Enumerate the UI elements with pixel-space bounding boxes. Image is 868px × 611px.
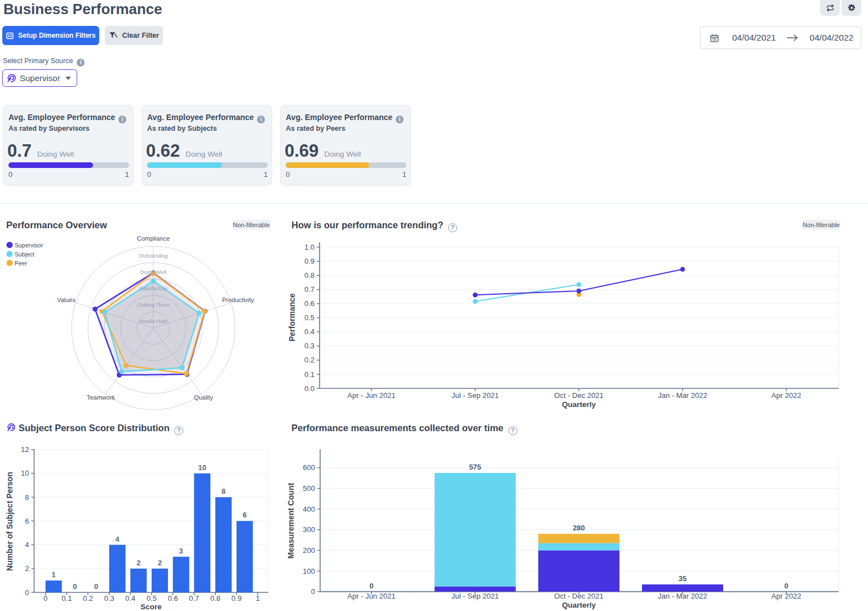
svg-text:Score: Score [140, 603, 162, 611]
svg-text:0.5: 0.5 [147, 594, 157, 603]
svg-text:Number of Subject Person: Number of Subject Person [5, 472, 14, 571]
svg-text:0.6: 0.6 [168, 594, 178, 603]
svg-text:0.8: 0.8 [210, 594, 220, 603]
svg-text:0.3: 0.3 [104, 594, 114, 603]
svg-text:4: 4 [25, 541, 29, 549]
svg-text:6: 6 [25, 517, 29, 525]
svg-text:600: 600 [303, 463, 315, 472]
svg-text:10: 10 [21, 469, 29, 477]
svg-text:400: 400 [303, 505, 315, 513]
svg-text:8: 8 [222, 487, 225, 495]
svg-text:280: 280 [573, 524, 585, 532]
svg-text:Performance: Performance [287, 293, 296, 342]
svg-text:Measurement Count: Measurement Count [286, 482, 295, 559]
svg-text:Apr 2022: Apr 2022 [772, 391, 801, 400]
svg-text:0.9: 0.9 [304, 257, 315, 265]
svg-text:0: 0 [73, 582, 77, 591]
svg-text:Jul - Sep 2021: Jul - Sep 2021 [451, 391, 499, 400]
svg-text:Supervisor: Supervisor [15, 242, 43, 249]
svg-text:100: 100 [303, 567, 315, 575]
svg-text:0: 0 [43, 594, 47, 603]
svg-text:35: 35 [679, 574, 687, 583]
svg-text:0.1: 0.1 [61, 594, 72, 603]
svg-text:2: 2 [25, 564, 29, 573]
svg-text:0.4: 0.4 [304, 327, 315, 336]
svg-text:4: 4 [116, 535, 120, 543]
svg-text:Apr 2022: Apr 2022 [772, 592, 801, 600]
svg-text:500: 500 [303, 484, 315, 493]
svg-text:Oct - Dec 2021: Oct - Dec 2021 [554, 391, 603, 400]
svg-text:Quality: Quality [194, 394, 214, 401]
svg-text:0.8: 0.8 [304, 271, 315, 280]
svg-text:0.7: 0.7 [304, 285, 315, 294]
svg-text:0.4: 0.4 [125, 594, 135, 603]
svg-text:300: 300 [303, 525, 315, 534]
svg-text:Jan - Mar 2022: Jan - Mar 2022 [658, 391, 707, 400]
svg-text:0.9: 0.9 [232, 594, 242, 603]
svg-text:Subject: Subject [15, 251, 34, 258]
svg-text:200: 200 [303, 546, 315, 555]
svg-text:0: 0 [311, 587, 315, 596]
svg-text:6: 6 [242, 511, 246, 519]
svg-text:Jul - Sep 2021: Jul - Sep 2021 [451, 592, 499, 600]
svg-text:0.3: 0.3 [304, 342, 315, 350]
svg-text:0: 0 [369, 582, 373, 590]
svg-text:Quarterly: Quarterly [562, 601, 596, 609]
svg-text:Jan - Mar 2022: Jan - Mar 2022 [658, 592, 707, 600]
svg-text:10: 10 [198, 463, 206, 472]
svg-text:0: 0 [784, 582, 788, 590]
svg-text:2: 2 [158, 559, 162, 567]
svg-text:Satisfactory: Satisfactory [139, 285, 167, 291]
svg-text:Doing Well: Doing Well [140, 269, 166, 275]
svg-text:0.6: 0.6 [304, 299, 315, 308]
svg-text:Peer: Peer [15, 260, 28, 267]
svg-text:Compliance: Compliance [137, 235, 170, 242]
svg-text:0: 0 [25, 588, 29, 597]
svg-text:Teamwork: Teamwork [87, 394, 116, 401]
svg-text:Apr - Jun 2021: Apr - Jun 2021 [347, 391, 395, 400]
svg-text:2: 2 [136, 559, 140, 567]
svg-text:12: 12 [21, 445, 29, 454]
svg-text:3: 3 [179, 547, 183, 555]
svg-text:Values: Values [57, 296, 76, 303]
svg-text:1: 1 [52, 570, 56, 579]
svg-text:Oct - Dec 2021: Oct - Dec 2021 [554, 592, 603, 600]
svg-text:0.2: 0.2 [83, 594, 93, 603]
svg-text:0.5: 0.5 [304, 313, 315, 322]
svg-text:Apr - Jun 2021: Apr - Jun 2021 [347, 592, 395, 600]
svg-text:Quarterly: Quarterly [562, 400, 596, 409]
svg-text:1: 1 [256, 594, 260, 603]
svg-text:0.2: 0.2 [304, 356, 315, 364]
svg-text:8: 8 [25, 493, 29, 502]
svg-text:Needs Help: Needs Help [139, 318, 167, 324]
svg-text:0.7: 0.7 [189, 594, 199, 603]
svg-text:Productivity: Productivity [222, 296, 254, 303]
svg-text:0.1: 0.1 [304, 370, 315, 379]
svg-text:Getting There: Getting There [137, 302, 170, 308]
svg-text:0: 0 [94, 582, 98, 591]
svg-text:575: 575 [469, 463, 481, 471]
svg-text:1.0: 1.0 [304, 243, 315, 251]
svg-text:0.0: 0.0 [304, 384, 315, 393]
svg-text:Outstanding: Outstanding [139, 253, 167, 259]
